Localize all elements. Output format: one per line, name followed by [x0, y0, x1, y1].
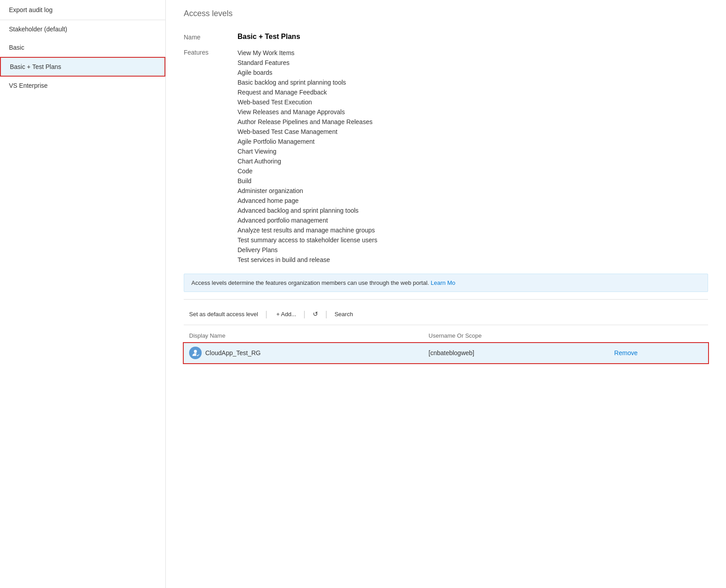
feature-item: Test summary access to stakeholder licen…	[238, 235, 377, 245]
sidebar-item-stakeholder[interactable]: Stakeholder (default)	[0, 20, 165, 39]
feature-item: Administer organization	[238, 186, 377, 196]
sidebar-item-basic-test-plans[interactable]: Basic + Test Plans	[0, 57, 165, 77]
display-name-cell: CloudApp_Test_RG	[184, 343, 423, 363]
access-level-name-row: Name Basic + Test Plans	[184, 33, 708, 41]
feature-item: Author Release Pipelines and Manage Rele…	[238, 117, 377, 127]
info-box-text: Access levels determine the features org…	[191, 279, 429, 286]
set-default-button[interactable]: Set as default access level	[184, 308, 264, 320]
feature-item: Analyze test results and manage machine …	[238, 225, 377, 235]
search-button[interactable]: Search	[329, 308, 358, 320]
feature-item: Delivery Plans	[238, 245, 377, 255]
toolbar: Set as default access level | + Add... |…	[184, 303, 708, 325]
users-table: Display Name Username Or Scope CloudApp_…	[184, 329, 708, 363]
feature-item: Chart Viewing	[238, 146, 377, 156]
learn-more-link[interactable]: Learn Mo	[431, 279, 455, 286]
username-cell: [cnbateblogweb]	[423, 343, 609, 363]
display-name-value: CloudApp_Test_RG	[205, 349, 261, 356]
page-title: Access levels	[184, 0, 708, 26]
remove-link[interactable]: Remove	[614, 349, 638, 356]
add-label: + Add...	[277, 311, 296, 318]
feature-item: Build	[238, 176, 377, 186]
main-content: Access levels Name Basic + Test Plans Fe…	[166, 0, 726, 588]
feature-item: Basic backlog and sprint planning tools	[238, 77, 377, 87]
feature-item: View My Work Items	[238, 48, 377, 58]
features-section: Features View My Work ItemsStandard Feat…	[184, 48, 708, 265]
svg-point-0	[194, 350, 197, 353]
add-button[interactable]: + Add...	[269, 308, 302, 320]
feature-item: Advanced home page	[238, 196, 377, 206]
features-list: View My Work ItemsStandard FeaturesAgile…	[238, 48, 377, 265]
feature-item: Standard Features	[238, 58, 377, 68]
sidebar-item-basic[interactable]: Basic	[0, 39, 165, 57]
col-action-header	[609, 329, 708, 343]
search-label: Search	[334, 311, 353, 318]
separator-2: |	[302, 309, 307, 319]
sidebar: Export audit log Stakeholder (default)Ba…	[0, 0, 166, 588]
export-audit-log-label: Export audit log	[9, 6, 52, 13]
refresh-button[interactable]: ↺	[307, 308, 324, 320]
feature-item: Web-based Test Case Management	[238, 127, 377, 137]
feature-item: Web-based Test Execution	[238, 97, 377, 107]
feature-item: Agile boards	[238, 68, 377, 77]
access-level-name-value: Basic + Test Plans	[238, 33, 300, 41]
feature-item: Advanced portfolio management	[238, 215, 377, 225]
feature-item: Chart Authoring	[238, 156, 377, 166]
feature-item: Advanced backlog and sprint planning too…	[238, 206, 377, 215]
table-row[interactable]: CloudApp_Test_RG [cnbateblogweb]Remove	[184, 343, 708, 363]
feature-item: Agile Portfolio Management	[238, 137, 377, 146]
divider	[184, 299, 708, 300]
action-cell[interactable]: Remove	[609, 343, 708, 363]
feature-item: Code	[238, 166, 377, 176]
name-label: Name	[184, 33, 220, 41]
separator-1: |	[264, 309, 269, 319]
user-avatar-icon	[189, 347, 202, 359]
refresh-icon: ↺	[313, 310, 318, 318]
col-username-header: Username Or Scope	[423, 329, 609, 343]
feature-item: Request and Manage Feedback	[238, 87, 377, 97]
info-box: Access levels determine the features org…	[184, 274, 708, 292]
sidebar-export-item[interactable]: Export audit log	[0, 0, 165, 20]
set-default-label: Set as default access level	[189, 311, 258, 318]
sidebar-item-vs-enterprise[interactable]: VS Enterprise	[0, 77, 165, 95]
features-label: Features	[184, 48, 220, 56]
feature-item: Test services in build and release	[238, 255, 377, 265]
col-display-name-header: Display Name	[184, 329, 423, 343]
feature-item: View Releases and Manage Approvals	[238, 107, 377, 117]
separator-3: |	[324, 309, 329, 319]
